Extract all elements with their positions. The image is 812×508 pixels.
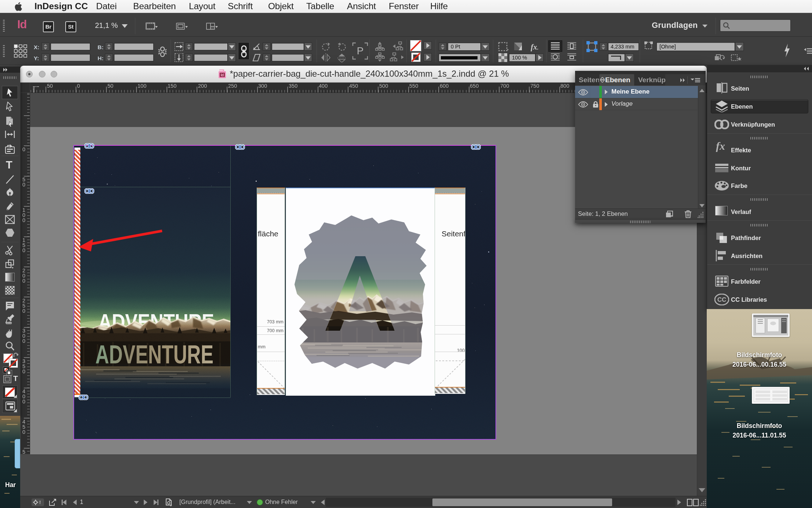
svg-text:CC: CC xyxy=(717,296,727,303)
svg-text:!: ! xyxy=(39,500,41,505)
svg-text:Id: Id xyxy=(221,73,224,77)
svg-text:P: P xyxy=(357,45,364,57)
